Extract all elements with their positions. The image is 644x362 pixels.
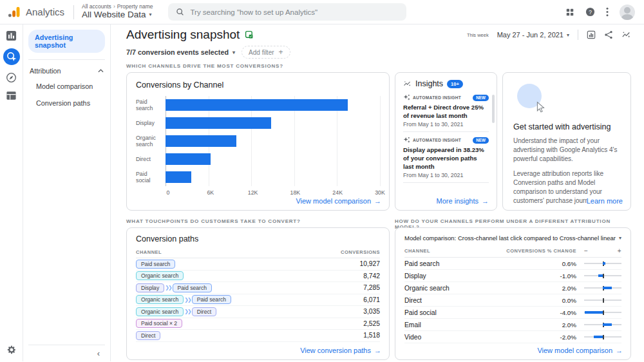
table-row: Paid search0.6% [404,258,621,270]
link-label: View model comparison [537,347,612,354]
main-content: Advertising snapshot This week May 27 - … [111,24,644,361]
sidebar-nav: Advertising snapshot Attribution Model c… [23,24,111,361]
channel-name: Paid social [404,309,544,316]
insight-kind-label: AUTOMATED INSIGHT [413,95,461,100]
section-label-model: HOW DO YOUR CHANNELS PERFORM UNDER A DIF… [395,218,631,224]
channel-name: Display [404,272,544,280]
x-tick: 0 [167,189,170,196]
nav-section-attribution[interactable]: Attribution [28,60,105,78]
view-conversion-paths-link[interactable]: View conversion paths [300,347,381,354]
conversion-paths-rows: Paid search10,927Organic search8,742Disp… [136,258,380,342]
settings-gear-icon[interactable] [6,345,17,355]
track-center-tick [603,310,604,315]
channel-name: Direct [404,297,544,304]
insight-item[interactable]: AUTOMATED INSIGHTNEW [403,182,489,184]
change-bar-track [584,334,621,340]
bar-paid-search[interactable] [166,99,348,111]
insights-card: Insights 10+ AUTOMATED INSIGHTNEWReferra… [395,72,497,211]
column-header-conversions: CONVERSIONS [341,249,380,255]
conversions-value: 6,071 [363,296,380,303]
channel-chip-direct: Direct [192,307,216,316]
analytics-logo[interactable]: Analytics [8,5,64,19]
search-input[interactable] [190,8,399,16]
change-value: -2.0% [544,334,576,341]
gridline [380,96,381,186]
new-badge: NEW [473,137,489,144]
channel-chip-paid-search: Paid search [192,295,231,304]
change-bar-track [584,272,621,279]
insights-spark-icon[interactable] [621,30,631,39]
share-icon[interactable] [604,30,613,39]
model-comparison-selector[interactable]: Model comparison: Cross-channel last cli… [404,234,621,242]
link-label: View model comparison [296,197,371,205]
view-model-comparison-link[interactable]: View model comparison [537,347,623,354]
insight-text: Referral + Direct drove 25% of revenue l… [403,104,489,120]
more-insights-link[interactable]: More insights [437,197,489,205]
avatar[interactable] [620,5,635,20]
sidebar-item-advertising-snapshot[interactable]: Advertising snapshot [28,30,105,53]
change-bar-track [584,260,621,267]
chevron-down-icon: ▾ [567,32,569,38]
path-chips: Organic search [136,271,184,280]
header-divider [578,30,578,40]
bar-organic-search[interactable] [166,135,236,147]
path-chevron-icon [184,297,190,303]
analytics-logo-icon [8,5,21,19]
plus-sign: + [618,247,621,254]
help-icon[interactable]: ? [585,7,595,17]
more-vert-icon[interactable] [606,7,609,17]
path-chips: Organic searchDirect [136,307,216,316]
learn-more-link[interactable]: Learn more [587,197,623,205]
bar-display[interactable] [166,117,271,129]
svg-text:?: ? [589,9,592,15]
bar-paid-social[interactable] [166,171,191,183]
reports-icon[interactable] [6,30,17,41]
conversion-events-selector[interactable]: 7/7 conversion events selected ▾ [126,48,235,56]
explore-icon[interactable] [6,72,17,83]
add-filter-label: Add filter [249,49,274,56]
search-icon [176,8,184,16]
get-started-paragraph-1: Understand the impact of your advertisin… [513,137,620,164]
table-row: Organic searchDirect3,035 [136,306,380,318]
view-model-comparison-link[interactable]: View model comparison [296,197,381,205]
x-tick: 12K [248,189,258,196]
insight-kind-row: AUTOMATED INSIGHTNEW [403,137,489,144]
conversions-value: 8,742 [363,272,380,280]
new-badge: NEW [473,95,489,101]
bar-direct[interactable] [166,153,211,165]
arrow-right-icon [374,197,381,205]
change-bar [603,287,612,289]
channel-name: Organic search [404,285,544,292]
path-chips: Organic searchPaid search [136,295,231,304]
library-icon[interactable] [6,90,17,101]
change-bar [585,311,603,314]
change-bar [603,323,612,326]
date-range-picker[interactable]: May 27 - Jun 2, 2021 ▾ [497,31,569,39]
add-filter-button[interactable]: Add filter + [242,46,290,59]
property-switcher[interactable]: All accounts › Property name All Website… [82,4,153,19]
sidebar-item-conversion-paths[interactable]: Conversion paths [28,95,105,111]
channel-chip-organic-search: Organic search [136,307,184,316]
advertising-icon-active[interactable] [3,48,20,65]
path-chips: Paid social × 2 [136,319,182,328]
report-chart-icon[interactable] [587,30,596,39]
track-center-tick [603,298,604,303]
search-bar[interactable] [168,3,406,21]
apps-grid-icon[interactable] [565,8,574,17]
collapse-sidebar-icon[interactable]: ‹ [97,349,100,357]
change-value: 0.0% [544,297,576,304]
insight-item[interactable]: AUTOMATED INSIGHTNEWReferral + Direct dr… [403,90,489,131]
property-name: All Website Data [82,10,146,19]
channel-chip-paid-social: Paid social × 2 [136,319,182,328]
breadcrumb-accounts: All accounts [82,4,111,10]
sidebar-item-model-comparison[interactable]: Model comparison [28,78,105,95]
insight-item[interactable]: AUTOMATED INSIGHTNEWDisplay appeared in … [403,131,489,182]
data-quality-check-icon[interactable] [245,30,254,39]
table-row: Paid search10,927 [136,258,380,271]
x-tick: 24K [332,189,343,196]
model-comparison-title: Model comparison: Cross-channel last cli… [404,234,616,242]
link-label: Learn more [587,197,623,205]
scrollbar-thumb[interactable] [492,95,495,123]
conversions-value: 10,927 [360,260,381,267]
advertising-illustration [517,84,542,108]
